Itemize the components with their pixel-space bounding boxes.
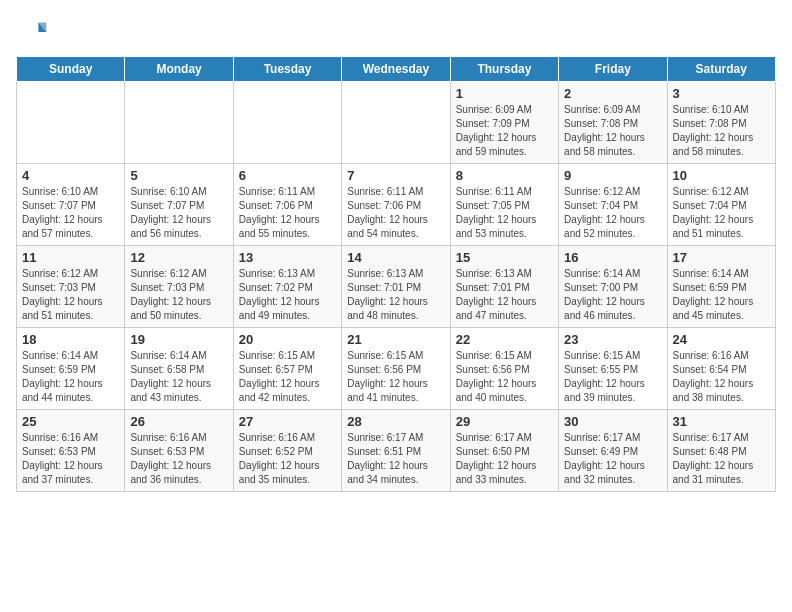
calendar-cell — [342, 82, 450, 164]
header-monday: Monday — [125, 57, 233, 82]
day-number: 10 — [673, 168, 770, 183]
day-info: Sunrise: 6:14 AM Sunset: 6:59 PM Dayligh… — [673, 267, 770, 323]
calendar-cell: 31Sunrise: 6:17 AM Sunset: 6:48 PM Dayli… — [667, 410, 775, 492]
week-row-3: 18Sunrise: 6:14 AM Sunset: 6:59 PM Dayli… — [17, 328, 776, 410]
week-row-2: 11Sunrise: 6:12 AM Sunset: 7:03 PM Dayli… — [17, 246, 776, 328]
day-number: 31 — [673, 414, 770, 429]
day-info: Sunrise: 6:13 AM Sunset: 7:01 PM Dayligh… — [456, 267, 553, 323]
calendar-cell: 8Sunrise: 6:11 AM Sunset: 7:05 PM Daylig… — [450, 164, 558, 246]
day-number: 14 — [347, 250, 444, 265]
calendar-cell: 14Sunrise: 6:13 AM Sunset: 7:01 PM Dayli… — [342, 246, 450, 328]
day-info: Sunrise: 6:12 AM Sunset: 7:04 PM Dayligh… — [564, 185, 661, 241]
calendar-cell: 9Sunrise: 6:12 AM Sunset: 7:04 PM Daylig… — [559, 164, 667, 246]
calendar-cell: 24Sunrise: 6:16 AM Sunset: 6:54 PM Dayli… — [667, 328, 775, 410]
week-row-4: 25Sunrise: 6:16 AM Sunset: 6:53 PM Dayli… — [17, 410, 776, 492]
day-number: 4 — [22, 168, 119, 183]
logo — [16, 16, 52, 48]
day-number: 1 — [456, 86, 553, 101]
day-info: Sunrise: 6:13 AM Sunset: 7:02 PM Dayligh… — [239, 267, 336, 323]
calendar-cell: 27Sunrise: 6:16 AM Sunset: 6:52 PM Dayli… — [233, 410, 341, 492]
calendar-cell: 10Sunrise: 6:12 AM Sunset: 7:04 PM Dayli… — [667, 164, 775, 246]
calendar-cell: 19Sunrise: 6:14 AM Sunset: 6:58 PM Dayli… — [125, 328, 233, 410]
calendar-cell: 4Sunrise: 6:10 AM Sunset: 7:07 PM Daylig… — [17, 164, 125, 246]
day-number: 3 — [673, 86, 770, 101]
calendar-cell: 6Sunrise: 6:11 AM Sunset: 7:06 PM Daylig… — [233, 164, 341, 246]
day-number: 25 — [22, 414, 119, 429]
calendar-cell: 15Sunrise: 6:13 AM Sunset: 7:01 PM Dayli… — [450, 246, 558, 328]
calendar-header-row: SundayMondayTuesdayWednesdayThursdayFrid… — [17, 57, 776, 82]
day-info: Sunrise: 6:16 AM Sunset: 6:53 PM Dayligh… — [130, 431, 227, 487]
day-number: 16 — [564, 250, 661, 265]
day-number: 28 — [347, 414, 444, 429]
day-number: 29 — [456, 414, 553, 429]
day-info: Sunrise: 6:09 AM Sunset: 7:09 PM Dayligh… — [456, 103, 553, 159]
calendar-cell: 18Sunrise: 6:14 AM Sunset: 6:59 PM Dayli… — [17, 328, 125, 410]
calendar-cell: 28Sunrise: 6:17 AM Sunset: 6:51 PM Dayli… — [342, 410, 450, 492]
calendar-cell: 16Sunrise: 6:14 AM Sunset: 7:00 PM Dayli… — [559, 246, 667, 328]
day-number: 20 — [239, 332, 336, 347]
calendar-table: SundayMondayTuesdayWednesdayThursdayFrid… — [16, 56, 776, 492]
day-number: 8 — [456, 168, 553, 183]
calendar-cell: 21Sunrise: 6:15 AM Sunset: 6:56 PM Dayli… — [342, 328, 450, 410]
calendar-cell: 23Sunrise: 6:15 AM Sunset: 6:55 PM Dayli… — [559, 328, 667, 410]
day-number: 23 — [564, 332, 661, 347]
day-number: 27 — [239, 414, 336, 429]
header-saturday: Saturday — [667, 57, 775, 82]
calendar-cell — [233, 82, 341, 164]
header-tuesday: Tuesday — [233, 57, 341, 82]
day-info: Sunrise: 6:15 AM Sunset: 6:57 PM Dayligh… — [239, 349, 336, 405]
day-info: Sunrise: 6:11 AM Sunset: 7:06 PM Dayligh… — [239, 185, 336, 241]
calendar-cell: 7Sunrise: 6:11 AM Sunset: 7:06 PM Daylig… — [342, 164, 450, 246]
day-number: 19 — [130, 332, 227, 347]
header-wednesday: Wednesday — [342, 57, 450, 82]
calendar-cell: 26Sunrise: 6:16 AM Sunset: 6:53 PM Dayli… — [125, 410, 233, 492]
calendar-cell: 17Sunrise: 6:14 AM Sunset: 6:59 PM Dayli… — [667, 246, 775, 328]
day-info: Sunrise: 6:13 AM Sunset: 7:01 PM Dayligh… — [347, 267, 444, 323]
day-number: 6 — [239, 168, 336, 183]
day-number: 26 — [130, 414, 227, 429]
day-info: Sunrise: 6:16 AM Sunset: 6:54 PM Dayligh… — [673, 349, 770, 405]
day-info: Sunrise: 6:15 AM Sunset: 6:55 PM Dayligh… — [564, 349, 661, 405]
day-info: Sunrise: 6:16 AM Sunset: 6:52 PM Dayligh… — [239, 431, 336, 487]
day-number: 7 — [347, 168, 444, 183]
week-row-1: 4Sunrise: 6:10 AM Sunset: 7:07 PM Daylig… — [17, 164, 776, 246]
header-friday: Friday — [559, 57, 667, 82]
day-info: Sunrise: 6:15 AM Sunset: 6:56 PM Dayligh… — [456, 349, 553, 405]
day-info: Sunrise: 6:14 AM Sunset: 7:00 PM Dayligh… — [564, 267, 661, 323]
day-info: Sunrise: 6:12 AM Sunset: 7:03 PM Dayligh… — [130, 267, 227, 323]
calendar-cell: 11Sunrise: 6:12 AM Sunset: 7:03 PM Dayli… — [17, 246, 125, 328]
calendar-cell: 25Sunrise: 6:16 AM Sunset: 6:53 PM Dayli… — [17, 410, 125, 492]
day-info: Sunrise: 6:17 AM Sunset: 6:48 PM Dayligh… — [673, 431, 770, 487]
day-info: Sunrise: 6:10 AM Sunset: 7:07 PM Dayligh… — [22, 185, 119, 241]
page-header — [16, 16, 776, 48]
day-info: Sunrise: 6:17 AM Sunset: 6:51 PM Dayligh… — [347, 431, 444, 487]
day-number: 22 — [456, 332, 553, 347]
day-info: Sunrise: 6:12 AM Sunset: 7:04 PM Dayligh… — [673, 185, 770, 241]
day-number: 15 — [456, 250, 553, 265]
day-number: 13 — [239, 250, 336, 265]
day-number: 5 — [130, 168, 227, 183]
calendar-cell: 22Sunrise: 6:15 AM Sunset: 6:56 PM Dayli… — [450, 328, 558, 410]
calendar-cell: 20Sunrise: 6:15 AM Sunset: 6:57 PM Dayli… — [233, 328, 341, 410]
day-info: Sunrise: 6:12 AM Sunset: 7:03 PM Dayligh… — [22, 267, 119, 323]
day-info: Sunrise: 6:15 AM Sunset: 6:56 PM Dayligh… — [347, 349, 444, 405]
logo-icon — [16, 16, 48, 48]
day-number: 18 — [22, 332, 119, 347]
day-number: 9 — [564, 168, 661, 183]
day-number: 21 — [347, 332, 444, 347]
day-info: Sunrise: 6:17 AM Sunset: 6:50 PM Dayligh… — [456, 431, 553, 487]
calendar-cell: 2Sunrise: 6:09 AM Sunset: 7:08 PM Daylig… — [559, 82, 667, 164]
day-info: Sunrise: 6:11 AM Sunset: 7:06 PM Dayligh… — [347, 185, 444, 241]
day-number: 24 — [673, 332, 770, 347]
calendar-cell — [125, 82, 233, 164]
day-info: Sunrise: 6:10 AM Sunset: 7:08 PM Dayligh… — [673, 103, 770, 159]
day-number: 11 — [22, 250, 119, 265]
calendar-cell: 13Sunrise: 6:13 AM Sunset: 7:02 PM Dayli… — [233, 246, 341, 328]
day-number: 30 — [564, 414, 661, 429]
calendar-cell: 29Sunrise: 6:17 AM Sunset: 6:50 PM Dayli… — [450, 410, 558, 492]
day-info: Sunrise: 6:16 AM Sunset: 6:53 PM Dayligh… — [22, 431, 119, 487]
calendar-cell: 30Sunrise: 6:17 AM Sunset: 6:49 PM Dayli… — [559, 410, 667, 492]
day-info: Sunrise: 6:14 AM Sunset: 6:58 PM Dayligh… — [130, 349, 227, 405]
calendar-cell — [17, 82, 125, 164]
header-thursday: Thursday — [450, 57, 558, 82]
